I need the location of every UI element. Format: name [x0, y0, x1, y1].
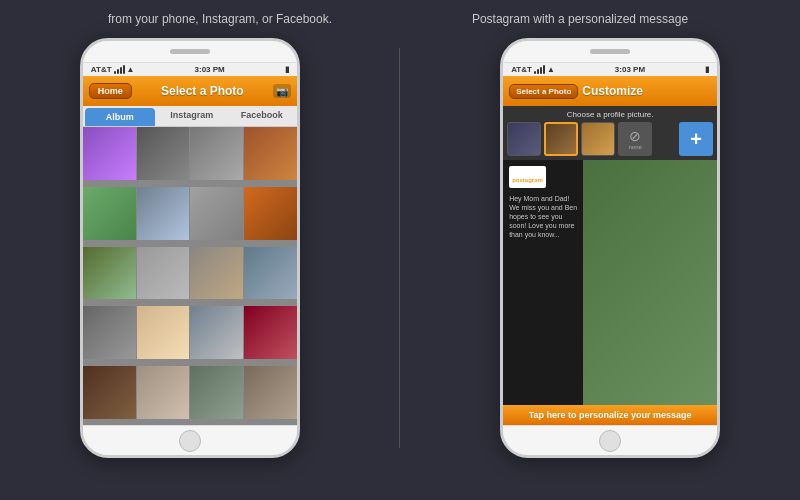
speaker-left [170, 49, 210, 54]
photo-cell[interactable] [190, 306, 243, 359]
postagram-card: postagram Hey Mom and Dad! We miss you a… [503, 160, 717, 405]
postagram-logo-text: postagram [512, 177, 543, 183]
photo-cell[interactable] [244, 247, 297, 300]
photo-cell[interactable] [244, 127, 297, 180]
photo-cell[interactable] [83, 187, 136, 240]
time-right: 3:03 PM [615, 65, 645, 74]
phone-divider [399, 48, 400, 448]
photo-cell[interactable] [137, 127, 190, 180]
signal-bars-left [114, 65, 125, 74]
camera-icon-left[interactable]: 📷 [273, 84, 291, 98]
phone-bottom-left [83, 425, 297, 455]
photo-cell[interactable] [190, 247, 243, 300]
home-button-left[interactable]: Home [89, 83, 132, 99]
select-photo-btn[interactable]: Select a Photo [509, 84, 578, 99]
profile-pics-row: ⊘ none + [507, 122, 713, 156]
time-left: 3:03 PM [195, 65, 225, 74]
photo-cell[interactable] [137, 247, 190, 300]
postagram-logo-box: postagram [509, 166, 546, 188]
photo-cell[interactable] [244, 306, 297, 359]
profile-pic-2[interactable] [544, 122, 578, 156]
battery-icon-left: ▮ [285, 65, 289, 74]
home-physical-button-right[interactable] [599, 430, 621, 452]
nav-bar-right: Select a Photo Customize [503, 76, 717, 106]
phone-top-left [83, 41, 297, 63]
add-profile-pic-button[interactable]: + [679, 122, 713, 156]
phone-bottom-right [503, 425, 717, 455]
photo-cell[interactable] [137, 366, 190, 419]
photo-cell[interactable] [244, 187, 297, 240]
phones-row: AT&T ▲ 3:03 PM ▮ Home Select a Photo 📷 [0, 38, 800, 458]
status-bar-right: AT&T ▲ 3:03 PM ▮ [503, 63, 717, 76]
photo-cell[interactable] [244, 366, 297, 419]
carrier-right: AT&T [511, 65, 532, 74]
postagram-logo-area: postagram [509, 166, 577, 190]
photo-cell[interactable] [83, 247, 136, 300]
tab-album[interactable]: Album [85, 108, 155, 126]
nav-title-left: Select a Photo [136, 84, 269, 98]
wifi-icon-right: ▲ [547, 65, 555, 74]
none-label: none [628, 144, 641, 150]
postagram-content: postagram Hey Mom and Dad! We miss you a… [503, 160, 717, 425]
photo-cell[interactable] [83, 306, 136, 359]
customize-title: Customize [578, 84, 711, 98]
right-description: Postagram with a personalized message [418, 10, 742, 28]
photo-cell[interactable] [190, 187, 243, 240]
battery-icon-right: ▮ [705, 65, 709, 74]
profile-pics-area: Choose a profile picture. ⊘ none + [503, 106, 717, 160]
photo-cell[interactable] [83, 127, 136, 180]
right-phone: AT&T ▲ 3:03 PM ▮ Select a Photo Customiz… [500, 38, 720, 458]
photo-cell[interactable] [137, 187, 190, 240]
photo-cell[interactable] [190, 127, 243, 180]
speaker-right [590, 49, 630, 54]
left-phone: AT&T ▲ 3:03 PM ▮ Home Select a Photo 📷 [80, 38, 300, 458]
nav-bar-left: Home Select a Photo 📷 [83, 76, 297, 106]
profile-label: Choose a profile picture. [507, 110, 713, 119]
tab-instagram[interactable]: Instagram [157, 106, 227, 126]
photo-grid [83, 127, 297, 425]
none-button[interactable]: ⊘ none [618, 122, 652, 156]
wifi-icon-left: ▲ [127, 65, 135, 74]
top-description-row: from your phone, Instagram, or Facebook.… [0, 0, 800, 38]
phone-top-right [503, 41, 717, 63]
tab-facebook[interactable]: Facebook [227, 106, 297, 126]
carrier-left: AT&T [91, 65, 112, 74]
postagram-text-side: postagram Hey Mom and Dad! We miss you a… [503, 160, 583, 405]
plus-icon: + [690, 128, 702, 151]
no-symbol-icon: ⊘ [629, 128, 641, 144]
left-description: from your phone, Instagram, or Facebook. [58, 10, 382, 28]
profile-pic-1[interactable] [507, 122, 541, 156]
photo-cell[interactable] [83, 366, 136, 419]
postagram-message: Hey Mom and Dad! We miss you and Ben hop… [509, 194, 577, 239]
signal-bars-right [534, 65, 545, 74]
status-bar-left: AT&T ▲ 3:03 PM ▮ [83, 63, 297, 76]
photo-cell[interactable] [190, 366, 243, 419]
photo-cell[interactable] [137, 306, 190, 359]
profile-pic-3[interactable] [581, 122, 615, 156]
tap-personalize-bar[interactable]: Tap here to personalize your message [503, 405, 717, 425]
home-physical-button-left[interactable] [179, 430, 201, 452]
tabs-left: Album Instagram Facebook [83, 106, 297, 127]
postagram-image-side [583, 160, 717, 405]
